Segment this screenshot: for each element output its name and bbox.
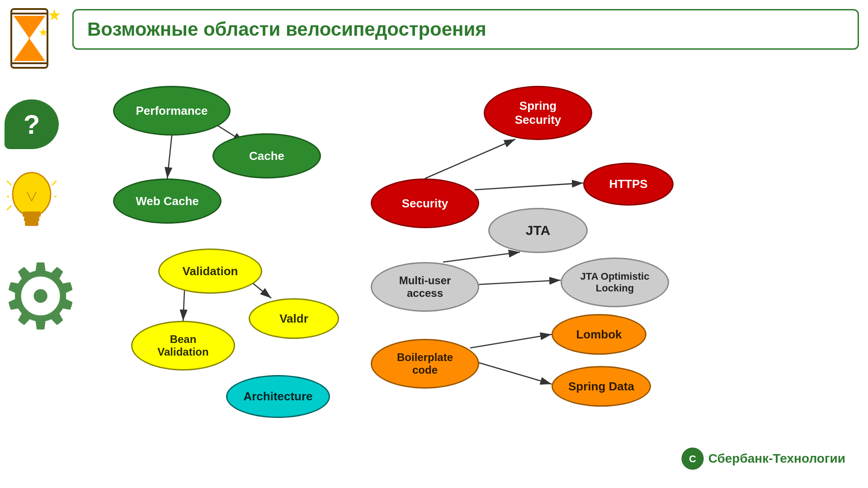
svg-point-8 <box>13 173 51 216</box>
svg-rect-10 <box>24 217 39 221</box>
svg-line-21 <box>167 136 172 178</box>
multi-user-node: Multi-user access <box>371 262 479 312</box>
spring-security-node: Spring Security <box>484 86 592 140</box>
svg-line-26 <box>443 252 520 262</box>
web-cache-node: Web Cache <box>113 178 222 224</box>
svg-line-17 <box>52 181 57 185</box>
title-box: Возможные области велосипедостроения <box>72 9 859 50</box>
performance-node: Performance <box>113 86 231 136</box>
question-bubble: ? <box>5 99 59 149</box>
svg-line-25 <box>475 183 583 190</box>
svg-line-14 <box>7 181 11 185</box>
https-node: HTTPS <box>583 163 674 206</box>
svg-line-28 <box>470 334 552 348</box>
gear-icon: ⚙ <box>0 244 81 349</box>
cache-node: Cache <box>212 133 321 178</box>
jta-optimistic-node: JTA Optimistic Locking <box>561 258 669 307</box>
svg-text:С: С <box>689 453 696 465</box>
svg-text:★: ★ <box>47 6 61 23</box>
logo: С Сбербанк-Технологии <box>681 447 845 470</box>
architecture-node: Architecture <box>226 375 330 418</box>
security-node: Security <box>371 178 479 228</box>
svg-line-29 <box>475 361 552 384</box>
lightbulb-icon <box>7 167 57 235</box>
jta-node: JTA <box>488 208 588 253</box>
bean-validation-node: Bean Validation <box>131 321 235 371</box>
logo-text: Сбербанк-Технологии <box>708 451 845 466</box>
hourglass-icon: ★ ★ <box>5 5 63 75</box>
sber-logo-icon: С <box>681 447 704 470</box>
svg-line-16 <box>7 206 11 210</box>
page-title: Возможные области велосипедостроения <box>87 19 486 40</box>
lombok-node: Lombok <box>552 314 646 355</box>
svg-line-27 <box>475 280 561 285</box>
svg-rect-9 <box>23 211 41 217</box>
diagram: Performance Cache Web Cache Validation V… <box>72 59 859 479</box>
svg-rect-11 <box>25 221 38 226</box>
validation-node: Validation <box>158 249 262 294</box>
left-panel: ★ ★ ? ⚙ <box>0 0 72 488</box>
svg-line-24 <box>425 139 515 178</box>
spring-data-node: Spring Data <box>552 366 651 407</box>
boilerplate-node: Boilerplate code <box>371 339 479 389</box>
valdr-node: Valdr <box>249 298 339 339</box>
